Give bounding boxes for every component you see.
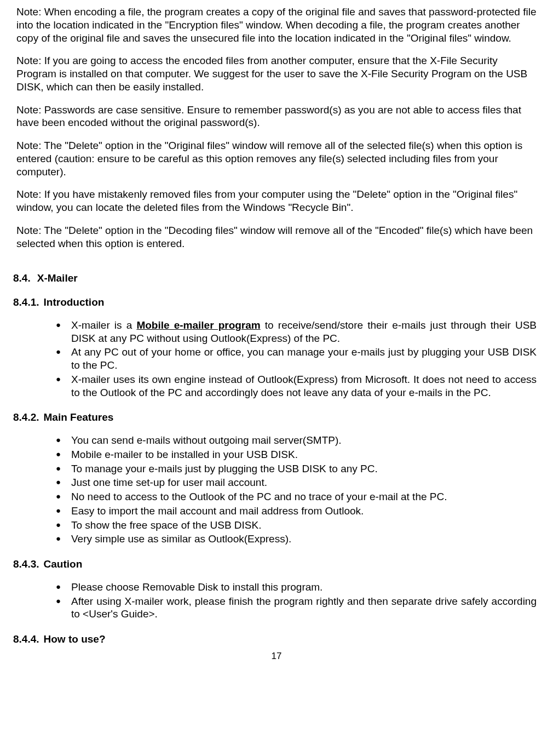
list-item: Easy to import the mail account and mail… (71, 505, 537, 518)
intro-text-bold: Mobile e-mailer program (136, 319, 260, 331)
note-paragraph: Note: The "Delete" option in the "Decodi… (16, 224, 537, 250)
introduction-list: X-mailer is a Mobile e-mailer program to… (16, 319, 537, 399)
caution-list: Please choose Removable Disk to install … (16, 581, 537, 621)
subsection-number: 8.4.2. (13, 411, 39, 424)
main-features-list: You can send e-mails without outgoing ma… (16, 434, 537, 546)
note-paragraph: Note: If you have mistakenly removed fil… (16, 188, 537, 214)
list-item: X-mailer is a Mobile e-mailer program to… (71, 319, 537, 345)
section-number: 8.4. (13, 272, 31, 285)
list-item: X-mailer uses its own engine instead of … (71, 373, 537, 399)
list-item: After using X-mailer work, please finish… (71, 595, 537, 621)
section-8-4-1-heading: 8.4.1.Introduction (13, 296, 537, 309)
note-paragraph: Note: The "Delete" option in the "Origin… (16, 139, 537, 178)
list-item: You can send e-mails without outgoing ma… (71, 434, 537, 447)
subsection-title: Introduction (44, 296, 105, 308)
note-text: Note: If you are going to access the enc… (16, 54, 537, 93)
list-item: Please choose Removable Disk to install … (71, 581, 537, 594)
list-item: To show the free space of the USB DISK. (71, 519, 537, 532)
list-item: Mobile e-mailer to be installed in your … (71, 448, 537, 461)
subsection-number: 8.4.3. (13, 558, 39, 571)
intro-text-prefix: X-mailer is a (71, 319, 136, 331)
notes-section: Note: When encoding a file, the program … (16, 5, 537, 250)
note-text: Note: When encoding a file, the program … (16, 5, 537, 44)
note-paragraph: Note: Passwords are case sensitive. Ensu… (16, 104, 537, 130)
note-paragraph: Note: If you are going to access the enc… (16, 54, 537, 93)
subsection-title: Caution (44, 558, 83, 570)
subsection-title: How to use? (44, 633, 106, 645)
list-item: At any PC out of your home or office, yo… (71, 346, 537, 372)
note-text: Note: The "Delete" option in the "Origin… (16, 139, 537, 178)
list-item: Very simple use as similar as Outlook(Ex… (71, 532, 537, 546)
section-8-4-4-heading: 8.4.4.How to use? (13, 633, 537, 646)
list-item: To manage your e-mails just by plugging … (71, 462, 537, 476)
note-text: Note: Passwords are case sensitive. Ensu… (16, 104, 537, 130)
list-item: Just one time set-up for user mail accou… (71, 476, 537, 489)
section-8-4-heading: 8.4.X-Mailer (13, 272, 537, 285)
subsection-title: Main Features (44, 411, 114, 423)
section-8-4-2-heading: 8.4.2.Main Features (13, 411, 537, 424)
page-number: 17 (16, 650, 537, 662)
section-title: X-Mailer (37, 272, 78, 284)
note-paragraph: Note: When encoding a file, the program … (16, 5, 537, 44)
subsection-number: 8.4.1. (13, 296, 39, 309)
note-text: Note: The "Delete" option in the "Decodi… (16, 224, 537, 250)
subsection-number: 8.4.4. (13, 633, 39, 646)
list-item: No need to access to the Outlook of the … (71, 490, 537, 503)
section-8-4-3-heading: 8.4.3.Caution (13, 558, 537, 571)
note-text: Note: If you have mistakenly removed fil… (16, 188, 537, 214)
